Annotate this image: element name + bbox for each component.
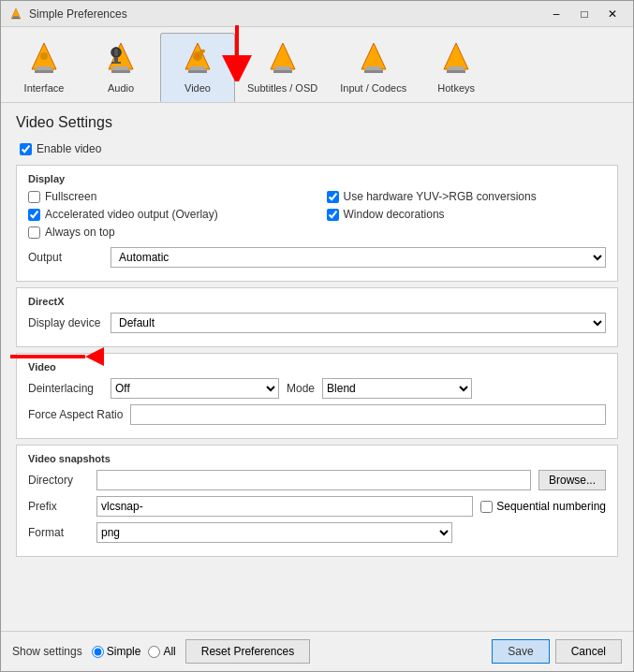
all-radio-label: All: [163, 645, 175, 658]
sequential-numbering-checkbox[interactable]: [480, 501, 493, 513]
tab-area-wrapper: Interface Audio: [1, 27, 633, 103]
fullscreen-label: Fullscreen: [45, 190, 96, 203]
tab-audio-label: Audio: [108, 82, 134, 94]
always-on-top-checkbox[interactable]: [28, 226, 40, 239]
tab-subtitles[interactable]: Subtitles / OSD: [237, 33, 328, 102]
enable-video-row: Enable video: [16, 142, 618, 155]
tab-audio[interactable]: Audio: [83, 33, 158, 102]
content-wrapper: Video Settings Enable video Display Full…: [1, 103, 633, 631]
enable-video-checkbox[interactable]: [20, 143, 32, 155]
deinterlacing-row: Deinterlacing Off Mode Blend: [28, 378, 606, 399]
tab-hotkeys[interactable]: Hotkeys: [419, 33, 494, 102]
sequential-numbering-row[interactable]: Sequential numbering: [480, 500, 606, 513]
minimize-button[interactable]: –: [543, 4, 569, 24]
snapshots-section-label: Video snapshots: [28, 453, 606, 464]
simple-radio-item[interactable]: Simple: [92, 645, 141, 658]
reset-preferences-button[interactable]: Reset Preferences: [185, 639, 310, 664]
window-decorations-row[interactable]: Window decorations: [327, 208, 607, 221]
fullscreen-row[interactable]: Fullscreen: [28, 190, 308, 203]
simple-radio[interactable]: [92, 646, 104, 658]
enable-video-label: Enable video: [37, 142, 101, 155]
maximize-button[interactable]: □: [571, 4, 597, 24]
titlebar: Simple Preferences – □ ✕: [1, 1, 633, 27]
tab-video[interactable]: Video: [160, 33, 235, 102]
display-section: Display Fullscreen Accelerated video out…: [16, 165, 618, 282]
svg-point-6: [40, 52, 48, 60]
snapshots-section: Video snapshots Directory Browse... Pref…: [16, 445, 618, 557]
display-col-left: Fullscreen Accelerated video output (Ove…: [28, 190, 308, 243]
mode-select[interactable]: Blend: [322, 378, 472, 399]
interface-icon: [24, 39, 64, 79]
titlebar-left: Simple Preferences: [8, 7, 127, 22]
directx-section-label: DirectX: [28, 296, 606, 307]
subtitles-icon: [263, 39, 302, 79]
window-title: Simple Preferences: [29, 7, 127, 21]
accelerated-label: Accelerated video output (Overlay): [45, 208, 218, 221]
input-icon: [354, 39, 393, 79]
output-row: Output Automatic: [28, 247, 606, 268]
tab-interface-label: Interface: [24, 82, 65, 94]
prefix-input[interactable]: [96, 496, 473, 517]
use-hardware-row[interactable]: Use hardware YUV->RGB conversions: [327, 190, 607, 203]
force-aspect-ratio-input[interactable]: [130, 404, 606, 425]
deinterlacing-label: Deinterlacing: [28, 382, 103, 395]
enable-video-checkbox-row[interactable]: Enable video: [20, 142, 614, 155]
sequential-numbering-label: Sequential numbering: [496, 500, 606, 513]
use-hardware-checkbox[interactable]: [327, 191, 339, 203]
directory-row: Directory Browse...: [28, 470, 606, 490]
titlebar-controls: – □ ✕: [543, 4, 626, 24]
window-decorations-label: Window decorations: [344, 208, 445, 221]
display-col-right: Use hardware YUV->RGB conversions Window…: [327, 190, 607, 243]
footer: Show settings Simple All Reset Preferenc…: [1, 631, 633, 671]
force-aspect-ratio-row: Force Aspect Ratio: [28, 404, 606, 425]
audio-icon: [101, 39, 140, 79]
window-decorations-checkbox[interactable]: [327, 209, 339, 221]
video-section-label: Video: [28, 361, 606, 373]
close-button[interactable]: ✕: [599, 4, 626, 24]
svg-rect-28: [447, 70, 465, 73]
all-radio[interactable]: [148, 646, 160, 658]
cancel-button[interactable]: Cancel: [555, 639, 622, 664]
browse-button[interactable]: Browse...: [538, 470, 606, 490]
svg-rect-5: [35, 70, 53, 73]
force-aspect-ratio-label: Force Aspect Ratio: [28, 408, 123, 421]
always-on-top-row[interactable]: Always on top: [28, 226, 308, 239]
tab-input-label: Input / Codecs: [340, 82, 406, 94]
display-device-select[interactable]: Default: [111, 313, 606, 333]
video-icon: [178, 39, 217, 79]
display-device-row: Display device Default: [28, 313, 606, 333]
accelerated-row[interactable]: Accelerated video output (Overlay): [28, 208, 308, 221]
format-select[interactable]: png jpg tiff: [96, 522, 452, 543]
svg-point-18: [196, 54, 199, 58]
hotkeys-icon: [436, 39, 476, 79]
display-two-col: Fullscreen Accelerated video output (Ove…: [28, 190, 606, 243]
footer-right: Save Cancel: [492, 639, 622, 664]
radio-group: Simple All: [92, 645, 176, 658]
svg-marker-26: [444, 43, 468, 69]
svg-rect-25: [364, 70, 383, 73]
fullscreen-checkbox[interactable]: [28, 191, 40, 203]
main-window: Simple Preferences – □ ✕ Interface: [0, 0, 634, 672]
display-device-label: Display device: [28, 316, 103, 329]
accelerated-checkbox[interactable]: [28, 209, 40, 221]
mode-label: Mode: [287, 382, 315, 395]
use-hardware-label: Use hardware YUV->RGB conversions: [344, 190, 537, 203]
save-button[interactable]: Save: [492, 639, 549, 664]
tab-subtitles-label: Subtitles / OSD: [247, 82, 317, 94]
deinterlacing-select[interactable]: Off: [111, 378, 279, 399]
directory-input[interactable]: [96, 470, 531, 490]
svg-rect-1: [13, 16, 19, 18]
page-title: Video Settings: [16, 114, 618, 131]
svg-rect-9: [111, 70, 130, 73]
tab-interface[interactable]: Interface: [7, 33, 81, 102]
prefix-label: Prefix: [28, 500, 89, 513]
all-radio-item[interactable]: All: [148, 645, 175, 658]
prefix-row: Prefix Sequential numbering: [28, 496, 606, 517]
svg-marker-23: [361, 43, 386, 69]
always-on-top-label: Always on top: [45, 226, 115, 239]
show-settings-label: Show settings: [12, 645, 82, 658]
output-label: Output: [28, 251, 103, 264]
output-select[interactable]: Automatic: [111, 247, 606, 268]
tab-input[interactable]: Input / Codecs: [330, 33, 417, 102]
svg-rect-2: [12, 18, 20, 19]
